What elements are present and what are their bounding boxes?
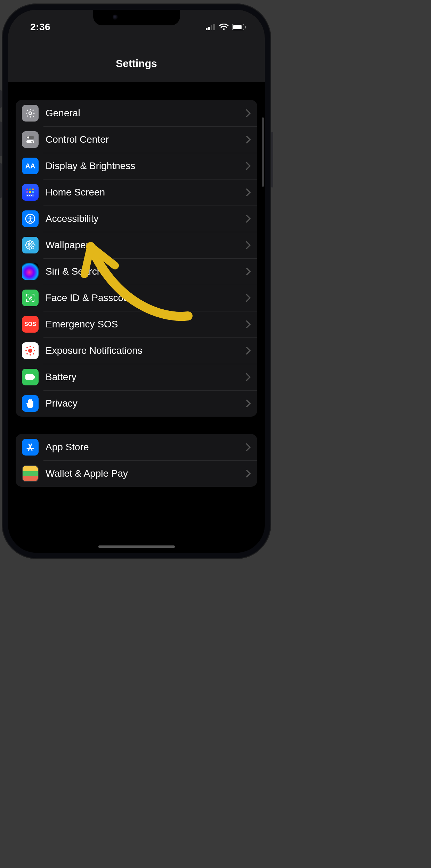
chevron-right-icon [246,109,251,117]
row-exposure-notifications[interactable]: Exposure Notifications [16,337,257,364]
svg-point-41 [33,353,34,354]
row-label: Home Screen [46,187,239,198]
notch [93,10,180,25]
row-label: Wallpaper [46,240,239,251]
side-button[interactable] [271,132,273,187]
svg-point-7 [29,112,32,115]
home-indicator[interactable] [98,545,175,548]
svg-point-34 [30,346,31,347]
ringer-switch[interactable] [0,90,2,108]
page-title: Settings [116,58,157,69]
svg-rect-21 [31,195,32,196]
chevron-right-icon [246,443,251,451]
row-label: Siri & Search [46,266,239,277]
svg-point-28 [32,244,35,246]
svg-rect-15 [26,191,28,193]
hand-icon [22,395,39,412]
svg-point-36 [25,350,27,351]
status-time: 2:36 [30,22,50,33]
chevron-right-icon [246,215,251,223]
svg-point-37 [34,350,35,351]
battery-fill-icon [22,369,39,385]
settings-group-1: General Control Center AA Display & Brig… [16,100,257,417]
volume-down-button[interactable] [0,163,2,198]
aa-icon: AA [22,158,39,174]
row-face-id-passcode[interactable]: Face ID & Passcode [16,285,257,311]
svg-point-24 [29,244,31,246]
row-emergency-sos[interactable]: SOS Emergency SOS [16,311,257,337]
svg-point-27 [25,244,29,246]
svg-point-25 [29,240,31,244]
svg-point-9 [27,136,29,139]
chevron-right-icon [246,241,251,249]
flower-icon [22,237,39,253]
svg-rect-14 [32,189,34,190]
siri-icon [22,263,39,280]
row-label: Exposure Notifications [46,345,239,356]
row-label: Display & Brightness [46,160,239,172]
scrollbar[interactable] [262,117,264,187]
cellular-icon [206,24,216,30]
svg-rect-6 [245,26,246,28]
exposure-icon [22,342,39,359]
row-label: Emergency SOS [46,319,239,330]
status-icons [206,24,246,31]
wifi-icon [219,24,229,31]
row-display-brightness[interactable]: AA Display & Brightness [16,153,257,179]
row-app-store[interactable]: App Store [16,434,257,460]
row-label: Accessibility [46,213,239,224]
row-home-screen[interactable]: Home Screen [16,179,257,206]
svg-point-33 [28,349,32,353]
phone-frame: 2:36 [2,3,271,559]
chevron-right-icon [246,400,251,407]
svg-point-26 [29,247,31,250]
svg-point-35 [30,354,31,356]
apps-grid-icon [22,184,39,201]
chevron-right-icon [246,136,251,143]
chevron-right-icon [246,268,251,275]
svg-rect-2 [211,25,212,30]
battery-icon [232,24,246,30]
row-privacy[interactable]: Privacy [16,390,257,417]
row-label: General [46,108,239,119]
svg-rect-43 [34,376,35,378]
row-battery[interactable]: Battery [16,364,257,390]
svg-rect-20 [29,195,30,196]
row-label: Control Center [46,134,239,145]
chevron-right-icon [246,320,251,328]
chevron-right-icon [246,470,251,477]
svg-rect-1 [208,27,210,30]
row-label: App Store [46,442,239,453]
chevron-right-icon [246,347,251,354]
volume-up-button[interactable] [0,122,2,156]
row-siri-search[interactable]: Siri & Search [16,258,257,285]
settings-group-2: App Store Wallet & Apple Pay [16,434,257,487]
row-general[interactable]: General [16,100,257,126]
settings-content[interactable]: General Control Center AA Display & Brig… [8,83,265,535]
svg-rect-16 [29,191,31,193]
appstore-icon [22,439,39,456]
svg-rect-42 [25,374,34,380]
row-wallpaper[interactable]: Wallpaper [16,232,257,258]
row-label: Wallet & Apple Pay [46,468,239,479]
svg-rect-5 [233,25,242,29]
row-accessibility[interactable]: Accessibility [16,206,257,232]
row-control-center[interactable]: Control Center [16,126,257,153]
screen: 2:36 [8,10,265,553]
svg-rect-3 [213,24,215,30]
sos-icon: SOS [22,316,39,333]
chevron-right-icon [246,373,251,381]
svg-point-39 [33,347,34,348]
svg-point-40 [26,353,28,354]
svg-rect-13 [29,189,31,190]
row-wallet-applepay[interactable]: Wallet & Apple Pay [16,460,257,487]
row-label: Privacy [46,398,239,409]
chevron-right-icon [246,189,251,196]
svg-point-23 [30,216,31,218]
row-label: Face ID & Passcode [46,292,239,303]
person-circle-icon [22,210,39,227]
chevron-right-icon [246,162,251,170]
faceid-icon [22,290,39,306]
wallet-icon [22,465,39,482]
svg-rect-12 [26,189,28,190]
